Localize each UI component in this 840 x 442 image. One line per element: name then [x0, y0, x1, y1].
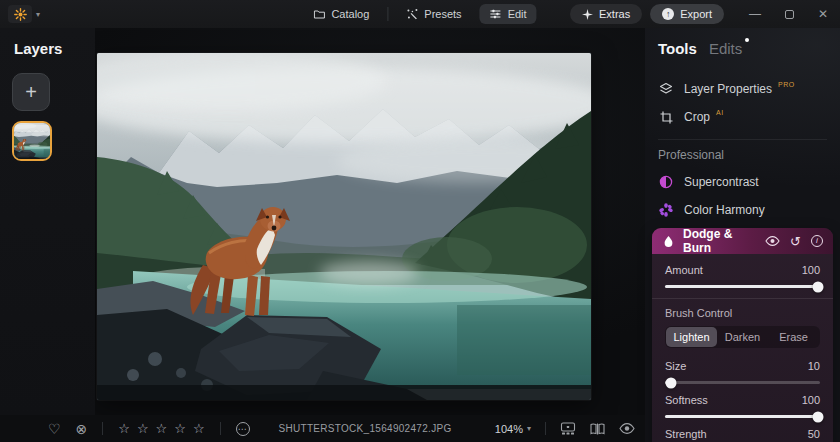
reset-undo-icon[interactable]: ↺: [790, 235, 801, 248]
tab-presets[interactable]: Presets: [396, 4, 471, 24]
logo-chevron-icon[interactable]: ▾: [36, 10, 40, 19]
tab-catalog[interactable]: Catalog: [303, 4, 379, 24]
brush-mode-segmented-control: Lighten Darken Erase: [665, 326, 820, 348]
minimize-button[interactable]: —: [738, 0, 772, 28]
layer-thumbnail[interactable]: [12, 121, 52, 161]
dodge-burn-header-actions: ↺ i: [765, 235, 823, 248]
tool-color-harmony-label: Color Harmony: [684, 203, 765, 217]
amount-track[interactable]: [665, 285, 820, 288]
softness-thumb[interactable]: [813, 411, 824, 422]
extras-button[interactable]: Extras: [570, 4, 642, 24]
strength-label: Strength: [665, 428, 707, 440]
size-track[interactable]: [665, 381, 820, 384]
star-icon-1[interactable]: ☆: [118, 421, 130, 436]
reject-icon[interactable]: ⊗: [76, 422, 88, 436]
app-window: ▾ Catalog Presets E: [0, 0, 840, 442]
amount-slider: Amount 100: [665, 264, 820, 288]
tab-edit[interactable]: Edit: [480, 4, 537, 24]
window-controls: — ✕: [738, 0, 840, 28]
layers-sidebar: Layers +: [0, 28, 95, 415]
app-logo[interactable]: [8, 5, 32, 23]
more-options-icon[interactable]: ⋯: [236, 422, 250, 436]
visibility-eye-icon[interactable]: [765, 236, 780, 246]
mode-tabs: Catalog Presets Edit: [303, 0, 536, 28]
tab-tools[interactable]: Tools: [658, 40, 697, 57]
tool-layer-properties[interactable]: Layer Properties PRO: [645, 75, 840, 103]
dodge-burn-title: Dodge & Burn: [683, 228, 757, 255]
zoom-level-value: 104%: [495, 423, 523, 435]
folder-icon: [313, 9, 325, 19]
flower-icon: [658, 203, 674, 217]
presets-wand-icon: [406, 8, 418, 20]
info-icon[interactable]: i: [811, 235, 823, 247]
editor-canvas[interactable]: [95, 28, 645, 415]
brush-mode-darken[interactable]: Darken: [717, 327, 768, 347]
plus-icon: +: [25, 81, 37, 104]
tab-catalog-label: Catalog: [331, 8, 369, 20]
tool-crop-label: Crop: [684, 110, 710, 124]
zoom-level-dropdown[interactable]: 104% ▾: [495, 423, 531, 435]
compare-before-after-icon[interactable]: [590, 423, 605, 435]
ai-badge: AI: [716, 109, 724, 116]
filename-label: SHUTTERSTOCK_1564902472.JPG: [255, 423, 475, 434]
photo-dog-lake-mountains[interactable]: [97, 53, 591, 400]
panel-tabs: Tools Edits: [645, 28, 840, 61]
chevron-down-icon: ▾: [527, 424, 531, 433]
topbar-right-group: Extras ↑ Export — ✕: [570, 0, 840, 28]
maximize-icon: [785, 10, 794, 19]
maximize-button[interactable]: [772, 0, 806, 28]
dodge-burn-divider: [652, 298, 833, 299]
softness-slider: Softness 100: [665, 394, 820, 418]
star-icon-3[interactable]: ☆: [156, 421, 168, 436]
bottom-bar-separator: [545, 422, 546, 435]
tools-panel: Tools Edits Layer Properties PRO Crop AI: [645, 28, 840, 442]
brush-mode-lighten[interactable]: Lighten: [666, 327, 717, 347]
strength-slider: Strength 50: [665, 428, 820, 442]
favorite-heart-icon[interactable]: ♡: [48, 422, 61, 436]
tab-edits-label: Edits: [709, 40, 742, 57]
tool-supercontrast[interactable]: Supercontrast: [645, 168, 840, 196]
tool-color-harmony[interactable]: Color Harmony: [645, 196, 840, 224]
tab-presets-label: Presets: [424, 8, 461, 20]
sparkle-icon: [582, 9, 593, 20]
amount-label: Amount: [665, 264, 703, 276]
brush-mode-erase[interactable]: Erase: [768, 327, 819, 347]
professional-section-title: Professional: [645, 146, 840, 168]
strength-value: 50: [808, 428, 820, 440]
star-icon-5[interactable]: ☆: [193, 421, 205, 436]
layers-title: Layers: [14, 40, 95, 57]
tab-edits[interactable]: Edits: [709, 40, 742, 57]
rating-group: ♡ ⊗ ☆ ☆ ☆ ☆ ☆ ⋯: [48, 421, 250, 436]
export-label: Export: [680, 8, 712, 20]
extras-label: Extras: [599, 8, 630, 20]
softness-label: Softness: [665, 394, 708, 406]
tool-supercontrast-label: Supercontrast: [684, 175, 759, 189]
layer-thumbnail-image: [14, 123, 50, 159]
contrast-icon: [658, 175, 674, 189]
tab-edit-label: Edit: [508, 8, 527, 20]
bottom-bar: ♡ ⊗ ☆ ☆ ☆ ☆ ☆ ⋯ SHUTTERSTOCK_1564902472.…: [0, 415, 645, 442]
filmstrip-view-icon[interactable]: [560, 422, 576, 435]
amount-thumb[interactable]: [813, 281, 824, 292]
section-divider: [658, 139, 827, 140]
edits-notification-dot: [745, 38, 749, 42]
brush-control-label: Brush Control: [665, 307, 820, 319]
bottom-bar-separator: [102, 422, 103, 435]
star-icon-2[interactable]: ☆: [137, 421, 149, 436]
pro-badge: PRO: [778, 81, 795, 88]
dodge-burn-icon: [662, 235, 675, 248]
size-thumb[interactable]: [666, 377, 677, 388]
softness-track[interactable]: [665, 415, 820, 418]
photo-image: [97, 53, 591, 400]
layers-stack-icon: [658, 82, 674, 96]
dodge-burn-header[interactable]: Dodge & Burn ↺ i: [652, 228, 833, 254]
size-value: 10: [808, 360, 820, 372]
export-button[interactable]: ↑ Export: [650, 4, 724, 24]
close-button[interactable]: ✕: [806, 0, 840, 28]
export-arrow-icon: ↑: [662, 8, 674, 20]
star-icon-4[interactable]: ☆: [174, 421, 186, 436]
preview-eye-icon[interactable]: [619, 423, 635, 434]
tool-crop[interactable]: Crop AI: [645, 103, 840, 131]
softness-value: 100: [802, 394, 820, 406]
add-layer-button[interactable]: +: [12, 73, 50, 111]
